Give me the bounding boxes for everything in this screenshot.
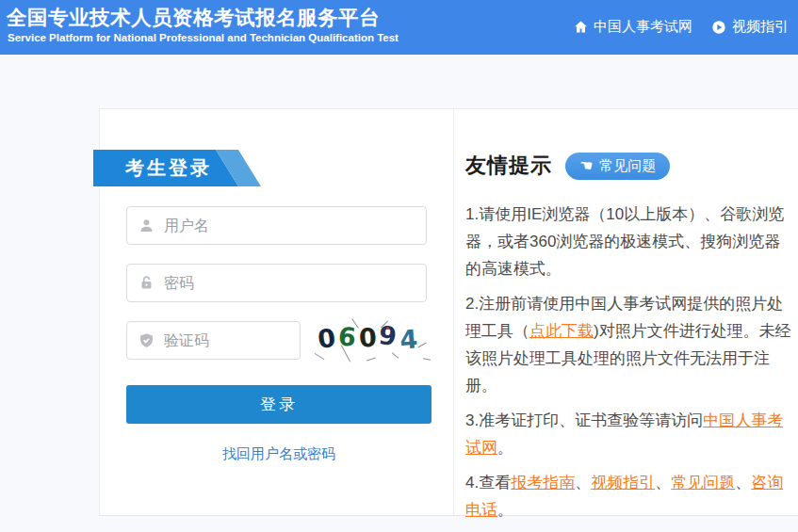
header-link-exam-site[interactable]: 中国人事考试网: [574, 18, 692, 36]
captcha-digits: 06094: [318, 322, 417, 351]
tip-text: 。: [497, 439, 513, 457]
pointing-hand-icon: ☚: [578, 157, 594, 174]
forgot-row: 找回用户名或密码: [126, 445, 432, 463]
play-icon: [711, 20, 726, 35]
header-link-label: 视频指引: [732, 18, 789, 36]
tips-title: 友情提示: [465, 152, 552, 180]
tip-text: 。: [497, 501, 513, 519]
faq-button[interactable]: ☚ 常见问题: [565, 153, 670, 180]
password-input[interactable]: [164, 275, 426, 292]
captcha-input[interactable]: [164, 332, 300, 349]
tips-list: 1.请使用IE浏览器（10以上版本）、谷歌浏览器，或者360浏览器的极速模式、搜…: [465, 201, 795, 531]
captcha-digit: 9: [378, 320, 399, 351]
captcha-field[interactable]: [126, 321, 301, 360]
header-link-label: 中国人事考试网: [594, 18, 692, 36]
tip-text: 、: [655, 474, 671, 492]
tip-paragraph: 3.准考证打印、证书查验等请访问中国人事考试网。: [465, 407, 795, 461]
username-input[interactable]: [164, 218, 426, 234]
login-banner: 考生登录: [93, 150, 263, 186]
tip-text: 、: [575, 474, 591, 492]
captcha-digit: 0: [358, 323, 377, 353]
header-nav: 中国人事考试网 视频指引: [574, 18, 789, 36]
tip-text: 、: [735, 474, 751, 492]
captcha-noise: [366, 357, 376, 361]
captcha-digit: 6: [336, 321, 356, 352]
user-icon: [138, 218, 155, 234]
header-link-video-guide[interactable]: 视频指引: [711, 18, 789, 36]
panel-divider: [453, 109, 454, 515]
page-title: 全国专业技术人员资格考试报名服务平台: [7, 4, 380, 31]
lock-icon: [138, 275, 155, 291]
captcha-noise: [386, 327, 389, 330]
faq-button-label: 常见问题: [599, 157, 656, 175]
captcha-noise: [392, 352, 399, 359]
captcha-digit: 4: [399, 324, 418, 355]
tip-paragraph: 4.查看报考指南、视频指引、常见问题、咨询电话。: [465, 469, 795, 524]
tip-text: 4.查看: [465, 474, 511, 492]
captcha-digit: 0: [316, 323, 336, 354]
tip-link[interactable]: 常见问题: [671, 474, 735, 492]
shield-check-icon: [138, 332, 155, 348]
tip-text: 3.准考证打印、证书查验等请访问: [465, 411, 703, 429]
header: 全国专业技术人员资格考试报名服务平台 Service Platform for …: [0, 0, 798, 55]
captcha-image[interactable]: 06094: [312, 321, 432, 363]
tip-text: 1.请使用IE浏览器（10以上版本）、谷歌浏览器，或者360浏览器的极速模式、搜…: [465, 205, 784, 278]
tip-link[interactable]: 点此下载: [529, 322, 594, 340]
home-icon: [574, 20, 588, 34]
tips-header: 友情提示 ☚ 常见问题: [465, 152, 670, 180]
tip-link[interactable]: 视频指引: [591, 474, 655, 492]
page-subtitle: Service Platform for National Profession…: [8, 32, 399, 43]
forgot-credentials-link[interactable]: 找回用户名或密码: [222, 445, 335, 461]
tip-link[interactable]: 报考指南: [511, 474, 575, 492]
login-button[interactable]: 登录: [126, 385, 432, 424]
captcha-noise: [423, 358, 431, 360]
page: 全国专业技术人员资格考试报名服务平台 Service Platform for …: [0, 0, 798, 532]
username-field[interactable]: [126, 206, 427, 245]
tip-paragraph: 2.注册前请使用中国人事考试网提供的照片处理工具（点此下载)对照片文件进行处理。…: [465, 290, 795, 399]
login-banner-label: 考生登录: [125, 150, 212, 186]
password-field[interactable]: [126, 264, 427, 302]
tip-paragraph: 1.请使用IE浏览器（10以上版本）、谷歌浏览器，或者360浏览器的极速模式、搜…: [465, 201, 795, 282]
captcha-noise: [417, 343, 426, 348]
main-card: 考生登录 06094: [99, 108, 798, 516]
